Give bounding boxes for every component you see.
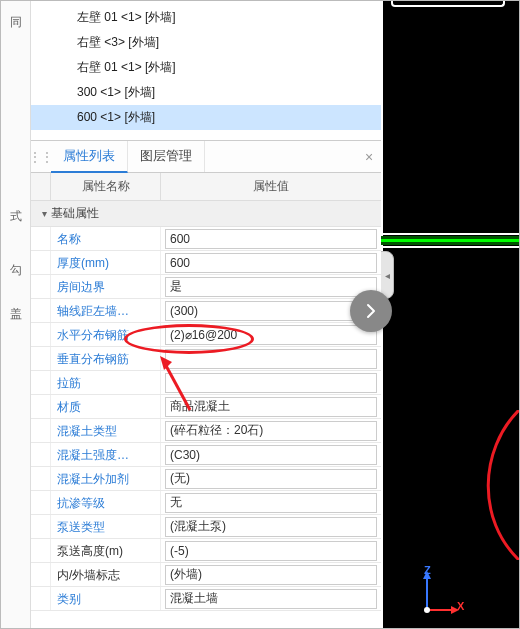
- property-value-input[interactable]: [165, 589, 377, 609]
- panel-header: ⋮⋮ 属性列表 图层管理 ×: [31, 140, 381, 173]
- property-name: 混凝土外加剂: [51, 467, 161, 490]
- mid-panel: 左壁 01 <1> [外墙] 右壁 <3> [外墙] 右壁 01 <1> [外墙…: [31, 1, 381, 628]
- property-row: 轴线距左墙…: [31, 299, 381, 323]
- svg-point-4: [424, 607, 430, 613]
- property-value-input[interactable]: [165, 325, 377, 345]
- collapse-handle[interactable]: ◂: [381, 251, 394, 299]
- property-row: 混凝土外加剂: [31, 467, 381, 491]
- property-name: 拉筋: [51, 371, 161, 394]
- property-value-input[interactable]: [165, 517, 377, 537]
- property-value-cell: [161, 227, 381, 250]
- grid-header-value: 属性值: [161, 173, 381, 200]
- property-row: 混凝土强度…: [31, 443, 381, 467]
- property-value-cell: [161, 443, 381, 466]
- left-toolbar-item[interactable]: 式: [5, 209, 27, 223]
- axis-x-label: X: [457, 600, 464, 612]
- property-value-input[interactable]: [165, 277, 377, 297]
- property-value-cell: [161, 419, 381, 442]
- property-name: 垂直分布钢筋: [51, 347, 161, 370]
- property-name: 水平分布钢筋: [51, 323, 161, 346]
- property-row: 类别: [31, 587, 381, 611]
- property-value-cell: [161, 299, 381, 322]
- property-row: 抗渗等级: [31, 491, 381, 515]
- property-name: 混凝土强度…: [51, 443, 161, 466]
- property-row: 名称: [31, 227, 381, 251]
- property-value-cell: [161, 323, 381, 346]
- viewport-frame: [391, 1, 505, 7]
- drag-handle-icon[interactable]: ⋮⋮: [31, 143, 51, 171]
- tree-item[interactable]: 右壁 <3> [外墙]: [31, 30, 381, 55]
- property-table: 名称厚度(mm)房间边界轴线距左墙…水平分布钢筋垂直分布钢筋拉筋材质混凝土类型混…: [31, 227, 381, 628]
- property-value-cell: [161, 395, 381, 418]
- property-value-input[interactable]: [165, 253, 377, 273]
- property-value-input[interactable]: [165, 469, 377, 489]
- property-value-input[interactable]: [165, 445, 377, 465]
- property-row: 泵送高度(m): [31, 539, 381, 563]
- group-label: 基础属性: [51, 205, 99, 222]
- property-row: 泵送类型: [31, 515, 381, 539]
- property-name: 内/外墙标志: [51, 563, 161, 586]
- property-value-cell: [161, 563, 381, 586]
- property-value-cell: [161, 491, 381, 514]
- property-name: 泵送类型: [51, 515, 161, 538]
- left-toolbar-item[interactable]: 同: [5, 15, 27, 29]
- property-name: 轴线距左墙…: [51, 299, 161, 322]
- tab-properties[interactable]: 属性列表: [51, 141, 128, 173]
- property-row: 内/外墙标志: [31, 563, 381, 587]
- component-tree: 左壁 01 <1> [外墙] 右壁 <3> [外墙] 右壁 01 <1> [外墙…: [31, 1, 381, 140]
- property-row: 厚度(mm): [31, 251, 381, 275]
- annotation-curve: [471, 410, 519, 560]
- left-toolbar-item[interactable]: 勾: [5, 263, 27, 277]
- property-row: 垂直分布钢筋: [31, 347, 381, 371]
- property-name: 类别: [51, 587, 161, 610]
- property-value-input[interactable]: [165, 229, 377, 249]
- property-value-input[interactable]: [165, 397, 377, 417]
- tree-item[interactable]: 300 <1> [外墙]: [31, 80, 381, 105]
- property-value-cell: [161, 371, 381, 394]
- chevron-down-icon[interactable]: ▾: [37, 208, 51, 219]
- property-value-input[interactable]: [165, 301, 377, 321]
- property-row: 混凝土类型: [31, 419, 381, 443]
- grid-header-name: 属性名称: [51, 173, 161, 200]
- property-value-input[interactable]: [165, 493, 377, 513]
- property-value-cell: [161, 347, 381, 370]
- property-name: 名称: [51, 227, 161, 250]
- property-name: 抗渗等级: [51, 491, 161, 514]
- tabs: 属性列表 图层管理: [51, 141, 357, 172]
- property-value-cell: [161, 587, 381, 610]
- property-value-cell: [161, 539, 381, 562]
- property-name: 房间边界: [51, 275, 161, 298]
- viewport-3d[interactable]: ◂ Z X: [381, 1, 519, 628]
- property-name: 泵送高度(m): [51, 539, 161, 562]
- property-value-input[interactable]: [165, 349, 377, 369]
- property-value-input[interactable]: [165, 421, 377, 441]
- grid-header: 属性名称 属性值: [31, 173, 381, 201]
- tab-layers[interactable]: 图层管理: [128, 141, 205, 172]
- tree-item[interactable]: 左壁 01 <1> [外墙]: [31, 5, 381, 30]
- property-name: 材质: [51, 395, 161, 418]
- property-row: 房间边界: [31, 275, 381, 299]
- property-value-cell: [161, 275, 381, 298]
- tree-item-selected[interactable]: 600 <1> [外墙]: [31, 105, 381, 130]
- property-value-input[interactable]: [165, 565, 377, 585]
- property-value-input[interactable]: [165, 373, 377, 393]
- property-name: 混凝土类型: [51, 419, 161, 442]
- axis-gizmo[interactable]: Z X: [409, 568, 459, 618]
- property-value-input[interactable]: [165, 541, 377, 561]
- property-name: 厚度(mm): [51, 251, 161, 274]
- group-row[interactable]: ▾ 基础属性: [31, 201, 381, 227]
- nav-next-button[interactable]: [350, 290, 392, 332]
- left-toolbar: 同 式 勾 盖: [1, 1, 31, 628]
- property-value-cell: [161, 515, 381, 538]
- close-icon[interactable]: ×: [357, 149, 381, 165]
- axis-z-label: Z: [424, 564, 431, 576]
- property-row: 材质: [31, 395, 381, 419]
- property-value-cell: [161, 467, 381, 490]
- wall-element[interactable]: [381, 239, 519, 242]
- property-row: 水平分布钢筋: [31, 323, 381, 347]
- property-row: 拉筋: [31, 371, 381, 395]
- left-toolbar-item[interactable]: 盖: [5, 307, 27, 321]
- property-value-cell: [161, 251, 381, 274]
- tree-item[interactable]: 右壁 01 <1> [外墙]: [31, 55, 381, 80]
